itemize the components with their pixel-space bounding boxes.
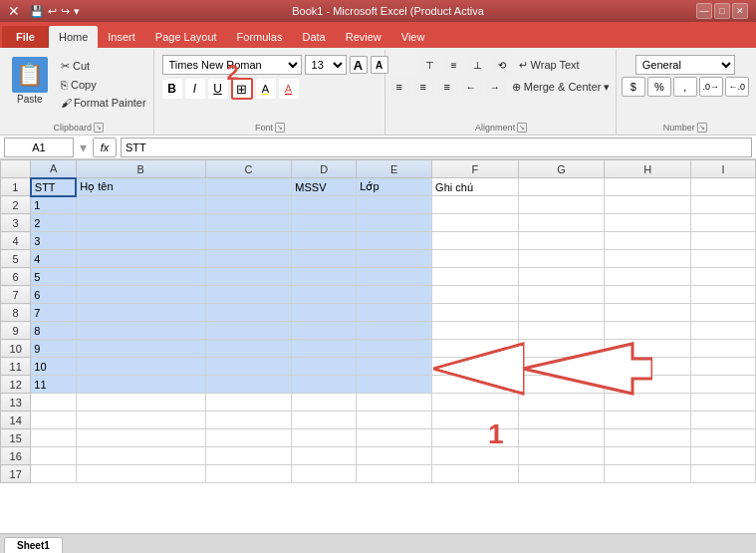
tab-data[interactable]: Data	[292, 26, 335, 48]
cell-f3[interactable]	[432, 214, 519, 232]
cell-e12[interactable]	[357, 376, 432, 394]
clipboard-expand[interactable]: ↘	[94, 123, 104, 133]
cell-h15[interactable]	[605, 429, 691, 447]
cell-b6[interactable]	[76, 268, 205, 286]
row-header-11[interactable]: 11	[1, 358, 31, 376]
cell-i1[interactable]	[690, 178, 755, 196]
cell-f7[interactable]	[432, 286, 519, 304]
cell-f11[interactable]	[432, 358, 519, 376]
cell-b15[interactable]	[76, 429, 205, 447]
font-size-increase[interactable]: A	[350, 56, 368, 74]
tab-insert[interactable]: Insert	[98, 26, 145, 48]
cell-b3[interactable]	[76, 214, 205, 232]
close-button[interactable]: ✕	[732, 3, 748, 19]
italic-button[interactable]: I	[185, 79, 205, 99]
cell-d4[interactable]	[292, 232, 357, 250]
cell-g2[interactable]	[518, 196, 605, 214]
row-header-9[interactable]: 9	[1, 322, 31, 340]
cell-c10[interactable]	[205, 340, 292, 358]
cell-i10[interactable]	[690, 340, 755, 358]
cell-e2[interactable]	[357, 196, 432, 214]
decrease-indent-button[interactable]: ←	[460, 77, 482, 97]
cell-d9[interactable]	[292, 322, 357, 340]
cell-i3[interactable]	[690, 214, 755, 232]
cell-f14[interactable]	[432, 412, 519, 429]
font-size-select[interactable]: 13	[305, 55, 347, 75]
cell-f5[interactable]	[432, 250, 519, 268]
insert-function-button[interactable]: fx	[93, 138, 117, 157]
increase-indent-button[interactable]: →	[484, 77, 506, 97]
cell-a9[interactable]: 8	[31, 322, 76, 340]
row-header-15[interactable]: 15	[1, 429, 31, 447]
cell-a8[interactable]: 7	[31, 304, 76, 322]
minimize-button[interactable]: —	[696, 3, 712, 19]
cell-h5[interactable]	[605, 250, 691, 268]
cell-h6[interactable]	[605, 268, 691, 286]
cell-e15[interactable]	[357, 429, 432, 447]
middle-align-button[interactable]: ≡	[443, 55, 465, 75]
cell-h1[interactable]	[605, 178, 691, 196]
cell-a3[interactable]: 2	[31, 214, 76, 232]
cell-c1[interactable]	[205, 178, 292, 196]
fill-color-button[interactable]: A	[256, 79, 276, 99]
row-header-6[interactable]: 6	[1, 268, 31, 286]
cell-c15[interactable]	[205, 429, 292, 447]
col-header-b[interactable]: B	[76, 160, 205, 178]
cell-b14[interactable]	[76, 412, 205, 429]
cell-c2[interactable]	[205, 196, 292, 214]
decrease-decimal-button[interactable]: ←.0	[725, 77, 749, 97]
cell-f17[interactable]	[432, 465, 519, 483]
cell-i14[interactable]	[690, 412, 755, 429]
maximize-button[interactable]: □	[714, 3, 730, 19]
cell-c4[interactable]	[205, 232, 292, 250]
cell-g17[interactable]	[518, 465, 605, 483]
wrap-text-button[interactable]: ↵ Wrap Text	[515, 55, 584, 75]
cell-i11[interactable]	[690, 358, 755, 376]
undo-icon[interactable]: ↩	[48, 5, 57, 18]
cell-e5[interactable]	[357, 250, 432, 268]
cell-e8[interactable]	[357, 304, 432, 322]
number-format-select[interactable]: General	[635, 55, 735, 75]
cell-h9[interactable]	[605, 322, 691, 340]
cell-h16[interactable]	[605, 447, 691, 465]
row-header-2[interactable]: 2	[1, 196, 31, 214]
row-header-12[interactable]: 12	[1, 376, 31, 394]
cell-f9[interactable]	[432, 322, 519, 340]
row-header-17[interactable]: 17	[1, 465, 31, 483]
cell-h12[interactable]	[605, 376, 691, 394]
orientation-button[interactable]: ⟲	[491, 55, 513, 75]
cell-a16[interactable]	[31, 447, 76, 465]
quick-save-icon[interactable]: 💾	[30, 5, 44, 18]
merge-center-button[interactable]: ⊕ Merge & Center ▾	[508, 77, 615, 97]
underline-button[interactable]: U	[208, 79, 228, 99]
cell-g3[interactable]	[518, 214, 605, 232]
cell-g16[interactable]	[518, 447, 605, 465]
cell-h7[interactable]	[605, 286, 691, 304]
cell-e17[interactable]	[357, 465, 432, 483]
cell-h10[interactable]	[605, 340, 691, 358]
cell-f8[interactable]	[432, 304, 519, 322]
cell-d5[interactable]	[292, 250, 357, 268]
row-header-3[interactable]: 3	[1, 214, 31, 232]
cell-e16[interactable]	[357, 447, 432, 465]
cell-i2[interactable]	[690, 196, 755, 214]
cell-c3[interactable]	[205, 214, 292, 232]
alignment-expand[interactable]: ↘	[517, 123, 527, 133]
cell-b7[interactable]	[76, 286, 205, 304]
cell-a12[interactable]: 11	[31, 376, 76, 394]
cell-b8[interactable]	[76, 304, 205, 322]
cell-g15[interactable]	[518, 429, 605, 447]
cell-g5[interactable]	[518, 250, 605, 268]
cell-a1[interactable]: STT	[31, 178, 76, 196]
copy-button[interactable]: ⎘ Copy	[57, 77, 150, 93]
col-header-c[interactable]: C	[205, 160, 292, 178]
font-color-button[interactable]: A	[279, 79, 299, 99]
cell-b16[interactable]	[76, 447, 205, 465]
cell-c9[interactable]	[205, 322, 292, 340]
cell-f12[interactable]	[432, 376, 519, 394]
row-header-10[interactable]: 10	[1, 340, 31, 358]
cell-c8[interactable]	[205, 304, 292, 322]
cell-a13[interactable]	[31, 394, 76, 412]
row-header-1[interactable]: 1	[1, 178, 31, 196]
cell-i8[interactable]	[690, 304, 755, 322]
